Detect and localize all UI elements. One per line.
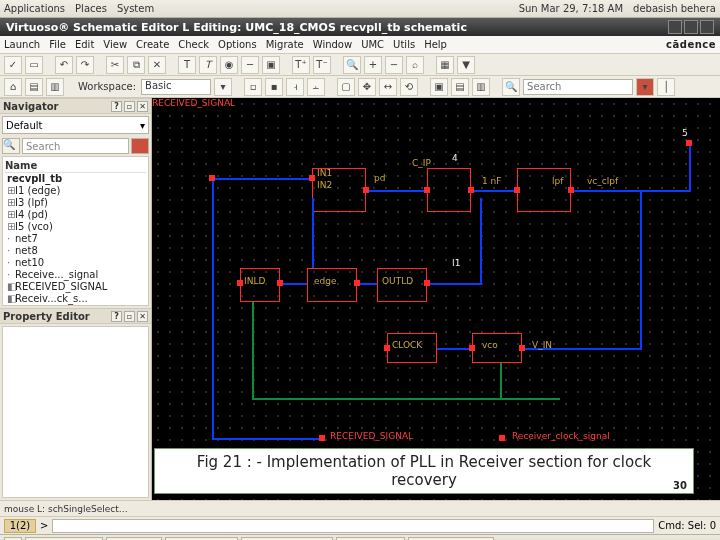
select-button[interactable]: ▢ — [337, 78, 355, 96]
tree-item[interactable]: ·net10 — [5, 257, 146, 269]
menu-launch[interactable]: Launch — [4, 39, 40, 50]
workspace-combo[interactable]: Basic — [141, 79, 211, 95]
cut-button[interactable]: ✂ — [106, 56, 124, 74]
text-minus-button[interactable]: T⁻ — [313, 56, 331, 74]
navigator-undock-icon[interactable]: ▫ — [124, 101, 135, 112]
config-button[interactable]: ▤ — [25, 78, 43, 96]
menu-help[interactable]: Help — [424, 39, 447, 50]
zoom-fit-button[interactable]: 🔍 — [343, 56, 361, 74]
property-help-icon[interactable]: ? — [111, 311, 122, 322]
menu-edit[interactable]: Edit — [75, 39, 94, 50]
block-cap[interactable] — [427, 168, 471, 212]
grid-button[interactable]: ▪ — [265, 78, 283, 96]
system-menu[interactable]: System — [117, 3, 154, 14]
navigator-search-input[interactable]: Search — [22, 138, 129, 154]
tree-item[interactable]: ·Receive..._signal — [5, 269, 146, 281]
user-menu[interactable]: debasish behera — [633, 3, 716, 14]
snap-button[interactable]: ▫ — [244, 78, 262, 96]
property-close-icon[interactable]: ✕ — [137, 311, 148, 322]
text-style-button[interactable]: T — [199, 56, 217, 74]
tree-item[interactable]: ⊞I5 (vco) — [5, 221, 146, 233]
zoom-sel-button[interactable]: ⌕ — [406, 56, 424, 74]
zoom-out-button[interactable]: − — [385, 56, 403, 74]
redo-button[interactable]: ↷ — [76, 56, 94, 74]
task-virtuoso[interactable]: virtuoso — [336, 537, 405, 541]
pin-button[interactable]: ◉ — [220, 56, 238, 74]
label-1nf: 1 nF — [482, 176, 501, 186]
block-lpf[interactable] — [517, 168, 571, 212]
descend-button[interactable]: ▼ — [457, 56, 475, 74]
tree-item[interactable]: ◧RECEIVED_SIGNAL — [5, 281, 146, 293]
maximize-button[interactable] — [684, 20, 698, 34]
label-outld: OUTLD — [382, 276, 413, 286]
menu-utils[interactable]: Utils — [393, 39, 415, 50]
zoom-in-button[interactable]: + — [364, 56, 382, 74]
label-edge: edge — [314, 276, 337, 286]
cmd-prompt[interactable]: 1(2) — [4, 519, 36, 533]
align-button[interactable]: ⫞ — [286, 78, 304, 96]
hsep-button[interactable]: │ — [657, 78, 675, 96]
tree-item[interactable]: ⊞I3 (lpf) — [5, 197, 146, 209]
navigator-tree[interactable]: Name recvpll_tb ⊞I1 (edge) ⊞I3 (lpf) ⊞I4… — [2, 156, 149, 306]
tree-item[interactable]: ⊞I4 (pd) — [5, 209, 146, 221]
navigator-filter-combo[interactable]: Default ▾ — [2, 116, 149, 134]
distribute-button[interactable]: ⫠ — [307, 78, 325, 96]
workspace-save-button[interactable]: ▾ — [214, 78, 232, 96]
window-title: Virtuoso® Schematic Editor L Editing: UM… — [6, 21, 467, 34]
open-button[interactable]: ▭ — [25, 56, 43, 74]
schematic-canvas[interactable]: IN1 IN2 pd C_IP 4 1 nF lpf vc_clpf 5 INL… — [152, 98, 720, 500]
move-button[interactable]: ✥ — [358, 78, 376, 96]
sel-inst-button[interactable]: ▥ — [472, 78, 490, 96]
panels-button[interactable]: ▥ — [46, 78, 64, 96]
search-go-button[interactable]: ▾ — [636, 78, 654, 96]
home-button[interactable]: ⌂ — [4, 78, 22, 96]
task-terminal[interactable]: debasish@… — [241, 537, 334, 541]
property-editor-header: Property Editor ? ▫ ✕ — [0, 308, 151, 324]
check-save-button[interactable]: ✓ — [4, 56, 22, 74]
hierarchy-button[interactable]: ▦ — [436, 56, 454, 74]
navigator-help-icon[interactable]: ? — [111, 101, 122, 112]
toolbar-search-input[interactable] — [523, 79, 633, 95]
menu-umc[interactable]: UMC — [361, 39, 384, 50]
menu-file[interactable]: File — [49, 39, 66, 50]
tree-item[interactable]: ⊞I1 (edge) — [5, 185, 146, 197]
copy-button[interactable]: ⧉ — [127, 56, 145, 74]
tree-item[interactable]: ◧RECEIVE..._IP... — [5, 305, 146, 306]
tree-item[interactable]: ·net7 — [5, 233, 146, 245]
menu-options[interactable]: Options — [218, 39, 257, 50]
pin — [424, 187, 430, 193]
task-debasish[interactable]: debasish — [165, 537, 238, 541]
menu-window[interactable]: Window — [313, 39, 352, 50]
task-computer[interactable]: Computer — [25, 537, 103, 541]
show-desktop-button[interactable]: ▣ — [4, 537, 22, 541]
undo-button[interactable]: ↶ — [55, 56, 73, 74]
delete-button[interactable]: ✕ — [148, 56, 166, 74]
menu-check[interactable]: Check — [178, 39, 209, 50]
menu-view[interactable]: View — [103, 39, 127, 50]
mouse-status: mouse L: schSingleSelect… — [4, 504, 128, 514]
wire-button[interactable]: ─ — [241, 56, 259, 74]
minimize-button[interactable] — [668, 20, 682, 34]
instance-button[interactable]: ▣ — [262, 56, 280, 74]
text-plus-button[interactable]: T⁺ — [292, 56, 310, 74]
applications-menu[interactable]: Applications — [4, 3, 65, 14]
task-recvpll[interactable]: recvpll_tb… — [408, 537, 495, 541]
task-home[interactable]: home — [106, 537, 162, 541]
menu-create[interactable]: Create — [136, 39, 169, 50]
property-undock-icon[interactable]: ▫ — [124, 311, 135, 322]
text-annotate-button[interactable]: T — [178, 56, 196, 74]
tree-root[interactable]: recvpll_tb — [5, 173, 146, 185]
places-menu[interactable]: Places — [75, 3, 107, 14]
navigator-search-go-button[interactable] — [131, 138, 149, 154]
tree-item[interactable]: ·net8 — [5, 245, 146, 257]
navigator-close-icon[interactable]: ✕ — [137, 101, 148, 112]
stretch-button[interactable]: ↔ — [379, 78, 397, 96]
rotate-button[interactable]: ⟲ — [400, 78, 418, 96]
property-editor-body[interactable] — [2, 326, 149, 498]
menu-migrate[interactable]: Migrate — [266, 39, 304, 50]
command-input[interactable] — [52, 519, 654, 533]
sel-filter-button[interactable]: ▣ — [430, 78, 448, 96]
close-button[interactable] — [700, 20, 714, 34]
sel-net-button[interactable]: ▤ — [451, 78, 469, 96]
tree-item[interactable]: ◧Receiv...ck_s... — [5, 293, 146, 305]
